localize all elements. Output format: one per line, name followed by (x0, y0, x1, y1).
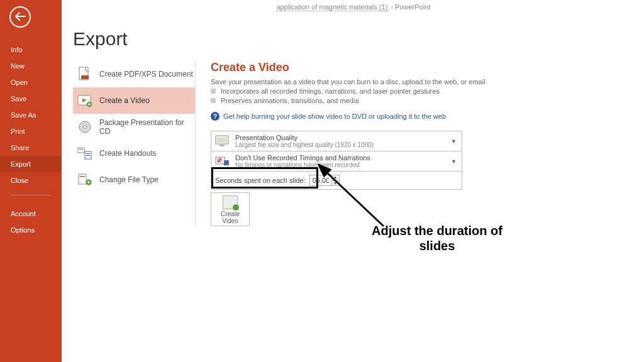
seconds-spinner[interactable]: ▲ ▼ (309, 175, 340, 186)
export-option-label: Create PDF/XPS Document (99, 70, 193, 79)
back-button[interactable] (9, 6, 31, 28)
timings-title: Don't Use Recorded Timings and Narration… (235, 154, 447, 162)
backstage-menu: Info New Open Save Save As Print Share E… (0, 41, 62, 238)
export-option-label: Create a Video (99, 96, 150, 105)
export-change-file-type[interactable]: Change File Type (73, 167, 195, 193)
menu-separator (10, 195, 52, 195)
help-info-icon: ? (211, 112, 219, 121)
video-icon (77, 92, 93, 109)
quality-title: Presentation Quality (235, 134, 447, 141)
create-video-heading: Create a Video (211, 61, 573, 74)
backstage-sidebar: Info New Open Save Save As Print Share E… (0, 0, 62, 362)
create-video-button-icon (223, 195, 238, 209)
recorded-timings-dropdown[interactable]: Don't Use Recorded Timings and Narration… (211, 151, 462, 172)
export-pdf-xps[interactable]: Create PDF/XPS Document (73, 61, 195, 87)
menu-export[interactable]: Export (0, 156, 62, 172)
seconds-label: Seconds spent on each slide: (215, 177, 306, 184)
export-create-handouts[interactable]: Create Handouts (73, 140, 195, 167)
timings-sub: No timings or narrations have been recor… (235, 162, 447, 168)
export-package-cd[interactable]: Package Presentation for CD (73, 114, 195, 140)
handouts-icon (77, 145, 93, 162)
create-video-pane: Create a Video Save your presentation as… (196, 61, 573, 226)
export-option-label: Package Presentation for CD (99, 118, 195, 136)
pdf-document-icon (77, 66, 93, 82)
spinner-up[interactable]: ▲ (331, 175, 339, 180)
menu-print[interactable]: Print (0, 123, 62, 140)
svg-rect-17 (219, 145, 225, 146)
document-name: application of magnetic materials (1) (275, 3, 389, 11)
svg-rect-7 (78, 148, 84, 153)
annotation-label: Adjust the duration of slides (362, 223, 513, 253)
quality-sub: Largest file size and highest quality (1… (235, 141, 447, 148)
seconds-input[interactable] (310, 177, 331, 184)
menu-save-as[interactable]: Save As (0, 107, 62, 123)
export-create-video[interactable]: Create a Video (73, 87, 195, 114)
menu-open[interactable]: Open (0, 74, 62, 90)
video-bullet-2: Preserves animations, transitions, and m… (211, 97, 573, 104)
back-arrow-icon (14, 11, 26, 24)
svg-rect-1 (81, 75, 89, 79)
export-options-list: Create PDF/XPS Document Create a Video P… (73, 61, 196, 226)
create-video-button[interactable]: Create Video (211, 192, 250, 226)
svg-rect-12 (79, 174, 86, 184)
menu-close[interactable]: Close (0, 172, 62, 189)
spinner-down[interactable]: ▼ (331, 180, 339, 186)
svg-rect-8 (79, 149, 83, 150)
svg-rect-16 (217, 137, 227, 143)
export-option-label: Create Handouts (99, 149, 157, 158)
help-link[interactable]: Get help burning your slide show video t… (223, 112, 446, 120)
no-timings-icon (215, 155, 230, 168)
menu-new[interactable]: New (0, 58, 62, 74)
chevron-down-icon: ▼ (447, 158, 457, 165)
video-bullet-1: Incorporates all recorded timings, narra… (211, 87, 573, 95)
svg-rect-10 (86, 153, 90, 154)
menu-account[interactable]: Account (0, 206, 62, 222)
svg-rect-21 (224, 160, 229, 165)
change-file-type-icon (77, 172, 93, 188)
export-option-label: Change File Type (99, 175, 158, 184)
page-title: Export (73, 28, 644, 50)
presentation-quality-dropdown[interactable]: Presentation Quality Largest file size a… (211, 131, 462, 151)
svg-rect-13 (80, 176, 85, 177)
svg-rect-11 (86, 155, 90, 156)
menu-info[interactable]: Info (0, 41, 62, 58)
monitor-icon (215, 134, 230, 148)
create-video-button-label: Video (211, 217, 249, 224)
svg-point-6 (84, 126, 87, 129)
create-video-subtitle: Save your presentation as a video that y… (211, 78, 573, 85)
menu-share[interactable]: Share (0, 140, 62, 156)
chevron-down-icon: ▼ (447, 138, 457, 145)
create-video-button-label: Create (211, 211, 249, 217)
app-name-suffix: - PowerPoint (389, 3, 430, 11)
menu-options[interactable]: Options (0, 222, 62, 238)
export-page: Export Create PDF/XPS Document Create a … (62, 22, 644, 362)
seconds-per-slide-row: Seconds spent on each slide: ▲ ▼ (211, 172, 462, 190)
menu-save[interactable]: Save (0, 90, 62, 107)
cd-icon (77, 119, 93, 135)
window-title: application of magnetic materials (1) - … (62, 3, 644, 11)
